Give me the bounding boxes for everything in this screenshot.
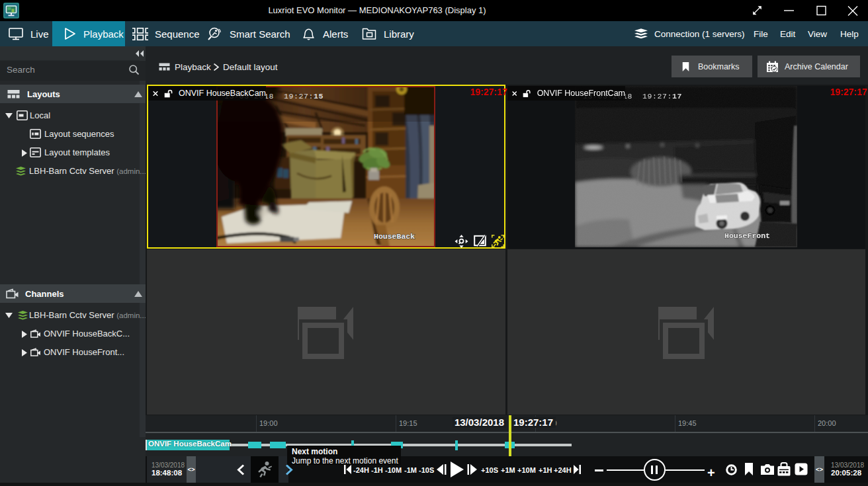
svg-text:HouseBack: HouseBack bbox=[374, 232, 415, 241]
svg-text:HouseFront: HouseFront bbox=[724, 231, 770, 240]
